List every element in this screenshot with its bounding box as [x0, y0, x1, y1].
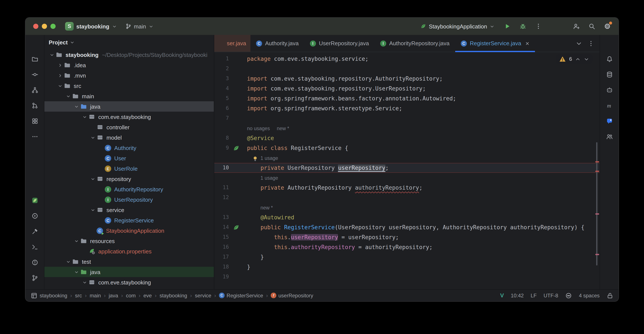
tree-item-test[interactable]: test	[44, 256, 214, 267]
chevron-down-icon[interactable]	[89, 135, 96, 140]
breadcrumb-item-staybooking[interactable]: staybooking	[30, 292, 67, 299]
chevron-down-icon[interactable]	[48, 52, 56, 57]
tree-item-userrepository[interactable]: IUserRepository	[44, 194, 214, 205]
code-line-3[interactable]: 3import com.eve.staybooking.repository.A…	[214, 74, 600, 84]
more-actions-button[interactable]	[532, 20, 544, 32]
chevron-down-icon[interactable]	[56, 84, 64, 88]
git-branch-widget[interactable]: main	[123, 21, 156, 31]
next-problem-icon[interactable]	[584, 56, 589, 62]
code-line-1[interactable]: 1package com.eve.staybooking.service;	[214, 54, 600, 64]
breadcrumb-item-main[interactable]: main	[90, 292, 101, 298]
prev-problem-icon[interactable]	[575, 56, 581, 62]
code-line-16[interactable]: 16 this.authorityRepository = authorityR…	[214, 242, 600, 252]
tree-item-java[interactable]: java	[44, 267, 214, 277]
structure-tool-button[interactable]	[28, 83, 42, 97]
spring-bean-gutter-icon[interactable]	[233, 144, 240, 152]
inspections-widget[interactable]: 6	[556, 54, 593, 64]
chat-tool-button[interactable]	[602, 114, 616, 128]
build-tool-button[interactable]	[28, 224, 42, 238]
project-widget[interactable]: S staybooking	[62, 20, 119, 32]
tree-item-application-properties[interactable]: application.properties	[44, 246, 214, 256]
problems-tool-button[interactable]	[28, 256, 42, 269]
indent-indicator[interactable]: 4 spaces	[579, 292, 600, 298]
editor-scrollbar[interactable]	[596, 142, 598, 266]
tab-registerservice-java[interactable]: CRegisterService.java×	[455, 35, 535, 52]
breadcrumb-item-staybooking[interactable]: staybooking	[160, 292, 187, 298]
tab-authority-java[interactable]: CAuthority.java	[250, 35, 304, 52]
tree-item-user[interactable]: CUser	[44, 153, 214, 163]
debug-button[interactable]	[517, 20, 529, 32]
terminal-tool-button[interactable]	[28, 240, 42, 254]
code-line-2[interactable]: 2	[214, 64, 600, 74]
chevron-down-icon[interactable]	[72, 104, 80, 109]
plugin-tool-button[interactable]	[28, 194, 42, 207]
code-line-6[interactable]: 6import org.springframework.stereotype.S…	[214, 104, 600, 113]
tree-item-resources[interactable]: resources	[44, 236, 214, 246]
more-tool-windows-button[interactable]	[28, 130, 42, 144]
code-line-9[interactable]: 9public class RegisterService {	[214, 143, 600, 153]
tree-item-main[interactable]: main	[44, 91, 214, 101]
line-separator-indicator[interactable]: LF	[531, 292, 537, 298]
tree-item-staybooking[interactable]: staybooking~/Desktop/Projects/StayBookin…	[44, 50, 214, 60]
breadcrumb-item-registerservice[interactable]: CRegisterService	[219, 292, 263, 298]
tab-authorityrepository-java[interactable]: IAuthorityRepository.java	[374, 35, 455, 52]
tree-item-com-eve-staybooking[interactable]: com.eve.staybooking	[44, 277, 214, 288]
code-line-12[interactable]: 12	[214, 193, 600, 202]
breadcrumb-item-com[interactable]: com	[126, 292, 136, 298]
breadcrumb-item-service[interactable]: service	[195, 292, 211, 298]
tree-item-staybookingapplication[interactable]: CStaybookingApplication	[44, 226, 214, 236]
error-stripe-mark[interactable]	[595, 254, 599, 255]
chevron-down-icon[interactable]	[89, 208, 96, 212]
copilot-status-icon[interactable]	[565, 292, 572, 299]
pull-requests-tool-button[interactable]	[28, 99, 42, 112]
code-line-10[interactable]: 10 private UserRepository userRepository…	[214, 163, 600, 173]
search-everywhere-button[interactable]	[586, 20, 598, 32]
tree-item-com-eve-staybooking[interactable]: com.eve.staybooking	[44, 112, 214, 122]
packages-tool-button[interactable]	[28, 114, 42, 128]
version-control-tool-button[interactable]	[28, 271, 42, 285]
error-stripe-mark[interactable]	[595, 171, 599, 172]
commit-tool-button[interactable]	[28, 68, 42, 82]
chevron-down-icon[interactable]	[80, 280, 88, 285]
code-line-14[interactable]: 14 public RegisterService(UserRepository…	[214, 222, 600, 232]
code-line-19[interactable]: 19	[214, 272, 600, 282]
spring-bean-gutter-icon[interactable]	[233, 224, 240, 231]
chevron-down-icon[interactable]	[64, 259, 72, 264]
project-panel-header[interactable]: Project	[44, 35, 214, 50]
breadcrumb-item-eve[interactable]: eve	[144, 292, 152, 298]
chevron-down-icon[interactable]	[72, 238, 80, 243]
tab-userrepository-java[interactable]: IUserRepository.java	[304, 35, 374, 52]
tree-item-userrole[interactable]: EUserRole	[44, 163, 214, 174]
tree-item-src[interactable]: src	[44, 80, 214, 91]
project-tool-button[interactable]	[28, 52, 42, 66]
breadcrumb-item-src[interactable]: src	[75, 292, 82, 298]
tree-item--mvn[interactable]: .mvn	[44, 70, 214, 80]
tree-item-registerservice[interactable]: CRegisterService	[44, 215, 214, 226]
notifications-button[interactable]	[602, 52, 616, 66]
tree-item--idea[interactable]: .idea	[44, 60, 214, 70]
code-line-8[interactable]: 8@Service	[214, 133, 600, 143]
services-tool-button[interactable]	[28, 209, 42, 223]
code-line-11[interactable]: 11 private AuthorityRepository authority…	[214, 183, 600, 193]
breadcrumb-item-userrepository[interactable]: fuserRepository	[271, 292, 313, 298]
collaboration-tool-button[interactable]	[602, 130, 616, 144]
chevron-right-icon[interactable]	[56, 73, 64, 78]
chevron-down-icon[interactable]	[89, 176, 96, 181]
close-tab-icon[interactable]: ×	[526, 40, 529, 46]
code-line-15[interactable]: 15 this.userRepository = userRepository;	[214, 232, 600, 242]
tree-item-authorityrepository[interactable]: IAuthorityRepository	[44, 184, 214, 194]
tree-item-authority[interactable]: CAuthority	[44, 143, 214, 153]
code-line-13[interactable]: 13 @Autowired	[214, 212, 600, 222]
chevron-down-icon[interactable]	[80, 114, 88, 119]
tree-item-controller[interactable]: controller	[44, 122, 214, 132]
database-tool-button[interactable]	[602, 68, 616, 82]
code-editor[interactable]: 1package com.eve.staybooking.service;23i…	[214, 52, 600, 289]
code-line-4[interactable]: 4import com.eve.staybooking.repository.U…	[214, 84, 600, 94]
run-configuration-widget[interactable]: StaybookingApplication	[418, 21, 497, 31]
tab-options-icon[interactable]	[588, 40, 594, 47]
code-line-5[interactable]: 5import org.springframework.beans.factor…	[214, 94, 600, 104]
error-stripe-mark[interactable]	[595, 213, 599, 214]
tree-item-java[interactable]: java	[44, 101, 214, 112]
code-with-me-button[interactable]	[570, 20, 582, 32]
chevron-down-icon[interactable]	[64, 94, 72, 98]
